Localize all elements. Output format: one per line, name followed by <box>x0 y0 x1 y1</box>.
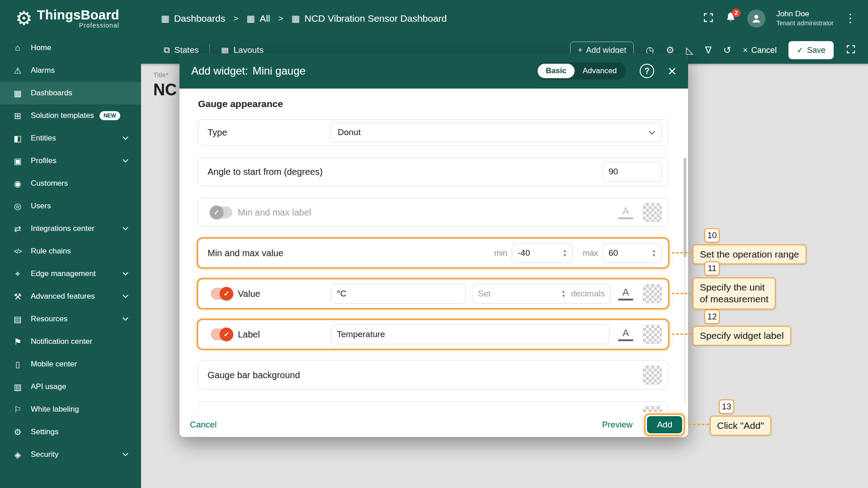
color-swatch[interactable] <box>643 284 662 303</box>
cancel-label: Cancel <box>751 46 777 55</box>
help-icon[interactable]: ? <box>640 64 654 78</box>
integrations-icon: ⇄ <box>12 224 24 234</box>
tab-advanced[interactable]: Advanced <box>575 64 625 78</box>
fullscreen-icon[interactable] <box>845 44 856 56</box>
chevron-down-icon <box>123 134 128 140</box>
sidebar-item-users[interactable]: ◎ Users <box>0 195 141 217</box>
sidebar-item-label: API usage <box>31 382 66 391</box>
logo-gear-icon: ⚙ <box>15 9 33 28</box>
decimals-input[interactable]: Set ▲ ▼ decimals <box>472 284 611 304</box>
entity-aliases-chart-icon[interactable]: ◺ <box>686 45 693 56</box>
sidebar-item-label: Customers <box>31 179 68 188</box>
angle-input[interactable]: 90 <box>603 162 662 182</box>
sidebar-item-edge-management[interactable]: ⌖ Edge management <box>0 263 141 285</box>
notifications-bell-icon[interactable]: 2 <box>725 12 736 25</box>
profiles-icon: ▣ <box>12 156 24 166</box>
font-letter: A <box>618 328 633 338</box>
sidebar-item-label: Edge management <box>31 269 96 278</box>
add-widget-dialog: Add widget:Mini gauge Basic Advanced ? ×… <box>179 53 688 437</box>
sidebar-item-label: Integrations center <box>31 224 94 233</box>
tab-basic[interactable]: Basic <box>538 64 574 78</box>
type-selected-value: Donut <box>338 127 361 137</box>
max-value-input[interactable]: 60 ▲ ▼ <box>603 243 662 263</box>
sidebar-item-mobile-center[interactable]: ▯ Mobile center <box>0 353 141 375</box>
sidebar-item-api-usage[interactable]: ▥ API usage <box>0 375 141 398</box>
advanced-features-icon: ⚒ <box>12 291 24 302</box>
breadcrumb-label: NCD Vibration Sensor Dashboard <box>305 13 447 24</box>
preview-button[interactable]: Preview <box>602 420 633 430</box>
sidebar-item-label: Alarms <box>31 66 55 75</box>
arrow-up-icon: ▲ <box>563 249 567 253</box>
alarms-warning-icon: ⚠ <box>12 66 24 76</box>
kebab-menu-icon[interactable]: ⋮ <box>844 11 856 25</box>
cancel-edit-button[interactable]: × Cancel <box>743 46 777 55</box>
sidebar-item-notification-center[interactable]: ⚑ Notification center <box>0 330 141 353</box>
sidebar-item-white-labeling[interactable]: ⚐ White labeling <box>0 398 141 421</box>
sidebar-item-entities[interactable]: ◧ Entities <box>0 127 141 150</box>
chevron-down-icon <box>123 450 128 456</box>
unit-value: °C <box>337 289 346 299</box>
dialog-body: Gauge appearance Type Donut Angle to sta… <box>179 89 688 412</box>
dialog-widget-name: Mini gauge <box>252 65 305 77</box>
min-value-input[interactable]: -40 ▲ ▼ <box>512 243 573 263</box>
arrow-down-icon: ▼ <box>561 294 566 298</box>
sidebar-item-label: Home <box>31 43 51 52</box>
notification-count-badge: 2 <box>732 9 741 17</box>
sidebar-item-integrations-center[interactable]: ⇄ Integrations center <box>0 217 141 240</box>
sidebar-item-solution-templates[interactable]: ⊞ Solution templates NEW <box>0 104 141 127</box>
avatar[interactable] <box>747 9 765 28</box>
sidebar-item-home[interactable]: ⌂ Home <box>0 37 141 59</box>
sidebar-item-rule-chains[interactable]: </> Rule chains <box>0 240 141 263</box>
breadcrumb-item-all[interactable]: ▦ All <box>246 13 270 24</box>
value-toggle[interactable]: ✓ <box>211 288 232 300</box>
font-color-icon[interactable]: A <box>618 287 633 300</box>
minmax-label-toggle[interactable]: ✓ <box>211 206 232 218</box>
add-button-highlight: Add <box>644 413 685 436</box>
filters-icon[interactable]: ∇ <box>705 45 712 56</box>
color-swatch[interactable] <box>643 325 662 344</box>
font-color-icon[interactable]: A <box>618 328 633 341</box>
sidebar-item-alarms[interactable]: ⚠ Alarms <box>0 59 141 82</box>
font-letter: A <box>618 287 633 297</box>
dialog-scrollbar-thumb[interactable] <box>684 158 686 257</box>
type-select[interactable]: Donut <box>330 122 662 142</box>
breadcrumb-item-current-dashboard[interactable]: ▦ NCD Vibration Sensor Dashboard <box>292 13 447 24</box>
save-button[interactable]: ✓ Save <box>788 41 834 59</box>
add-button[interactable]: Add <box>647 416 682 433</box>
color-swatch[interactable] <box>643 203 662 222</box>
app-logo[interactable]: ⚙ ThingsBoard Professional <box>0 8 141 29</box>
sidebar-item-dashboards[interactable]: ▦ Dashboards <box>0 82 141 104</box>
sidebar-item-profiles[interactable]: ▣ Profiles <box>0 150 141 172</box>
stepper-icon[interactable]: ▲ ▼ <box>561 290 566 298</box>
angle-value: 90 <box>609 167 618 177</box>
solution-templates-icon: ⊞ <box>12 111 24 121</box>
color-swatch[interactable] <box>643 406 662 412</box>
user-info[interactable]: John Doe Tenant administrator <box>776 9 834 27</box>
chevron-down-icon <box>123 270 128 276</box>
sidebar-item-customers[interactable]: ◉ Customers <box>0 172 141 195</box>
min-value: -40 <box>518 248 530 258</box>
unit-input[interactable]: °C <box>331 284 466 304</box>
close-icon[interactable]: × <box>668 64 676 78</box>
sidebar-item-label: Notification center <box>31 337 92 346</box>
label-toggle[interactable]: ✓ <box>211 328 232 340</box>
label-input[interactable]: Temperature <box>331 324 609 344</box>
dialog-cancel-button[interactable]: Cancel <box>190 420 217 430</box>
breadcrumb-item-dashboards[interactable]: ▦ Dashboards <box>161 13 225 24</box>
font-color-icon[interactable]: A <box>618 206 633 219</box>
type-label: Type <box>208 127 330 138</box>
sidebar-item-label: Mobile center <box>31 360 77 369</box>
fullscreen-icon[interactable] <box>703 12 714 25</box>
sidebar-item-settings[interactable]: ⚙ Settings <box>0 421 141 443</box>
sidebar-item-security[interactable]: ◈ Security <box>0 443 141 466</box>
user-role: Tenant administrator <box>776 19 834 27</box>
sidebar-item-label: Rule chains <box>31 247 71 256</box>
stepper-icon[interactable]: ▲ ▼ <box>563 249 567 258</box>
stepper-icon[interactable]: ▲ ▼ <box>652 249 656 258</box>
sidebar-item-resources[interactable]: ▤ Resources <box>0 308 141 330</box>
sidebar-item-advanced-features[interactable]: ⚒ Advanced features <box>0 285 141 308</box>
gauge-bar-background-label: Gauge bar background <box>208 370 300 380</box>
max-label: max <box>583 249 598 258</box>
color-swatch[interactable] <box>643 366 662 385</box>
version-history-icon[interactable]: ↺ <box>723 45 731 56</box>
